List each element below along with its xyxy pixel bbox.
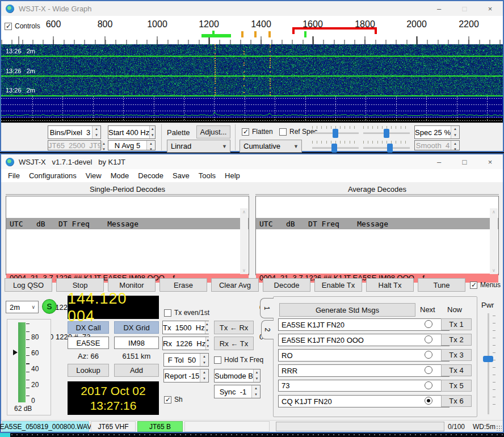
frequency-ruler[interactable]: Controls 600 800 1000 1200 1400 1600 180… (1, 16, 503, 44)
dx-grid-field[interactable]: IM98 (114, 337, 159, 349)
tab-1[interactable]: 1 (260, 298, 274, 318)
spinner-arrows[interactable]: ▲▼ (92, 126, 100, 138)
spinner-arrows[interactable]: ▲▼ (146, 141, 155, 150)
tx4-now-button[interactable]: Tx 4 (441, 364, 472, 376)
pwr-slider-handle[interactable] (483, 356, 493, 362)
menu-save[interactable]: Save (168, 171, 194, 180)
dx-call-button[interactable]: DX Call (68, 321, 109, 334)
menu-decode[interactable]: Decode (133, 171, 168, 180)
minimize-button[interactable]: – (426, 1, 452, 16)
close-button[interactable]: × (477, 154, 503, 169)
dx-grid-button[interactable]: DX Grid (114, 321, 159, 334)
bins-pixel-spinner[interactable]: Bins/Pixel 3▲▼ (48, 125, 101, 139)
erase-button[interactable]: Erase (159, 278, 207, 292)
minimize-button[interactable]: – (426, 154, 452, 169)
tx1-now-button[interactable]: Tx 1 (441, 318, 472, 330)
tx4-message-field[interactable]: RRR (278, 364, 450, 377)
spec-gain-slider-handle[interactable] (331, 144, 337, 153)
lookup-button[interactable]: Lookup (68, 364, 109, 377)
menu-view[interactable]: View (81, 171, 106, 180)
ref-spec-checkbox[interactable]: Ref Spec (279, 128, 317, 136)
rx-from-tx-button[interactable]: Rx ← Tx (214, 337, 254, 350)
tx6-next-radio[interactable] (425, 397, 432, 405)
spec-zero-slider[interactable] (363, 147, 410, 149)
now-column-label: Now (447, 305, 462, 314)
tx3-now-button[interactable]: Tx 3 (441, 349, 472, 361)
log-qso-button[interactable]: Log QSO (5, 278, 52, 292)
add-button[interactable]: Add (114, 364, 159, 377)
tx3-message-field[interactable]: RO (278, 349, 450, 362)
resize-grip[interactable] (496, 425, 502, 431)
spec-percent-spinner[interactable]: Spec 25 %▲▼ (414, 125, 460, 139)
tx2-now-button[interactable]: Tx 2 (441, 334, 472, 346)
enable-tx-button[interactable]: Enable Tx (314, 278, 362, 292)
pwr-slider-track[interactable] (488, 313, 489, 414)
hold-tx-freq-checkbox[interactable]: Hold Tx Freq (214, 356, 263, 364)
waterfall-timestamp: 13:26 2m (6, 68, 35, 74)
tx2-next-radio[interactable] (425, 335, 432, 343)
start-hz-spinner[interactable]: Start 400 Hz▲▼ (108, 125, 156, 139)
menu-tools[interactable]: Tools (194, 171, 220, 180)
tx2-message-field[interactable]: EA5SE K1JT FN20 OOO (278, 334, 450, 346)
background-window-strip (0, 433, 504, 437)
tune-button[interactable]: Tune (418, 278, 465, 292)
clear-avg-button[interactable]: Clear Avg (211, 278, 259, 292)
tab-2[interactable]: 2 (261, 320, 274, 339)
status-bar: EA5SE_050819_000800.WAV JT65 VHF JT65 B … (1, 420, 503, 432)
menu-configurations[interactable]: Configurations (24, 171, 81, 180)
single-period-decodes-title: Single-Period Decodes (6, 185, 249, 194)
halt-tx-button[interactable]: Halt Tx (366, 278, 414, 292)
flatten-checkbox[interactable]: Flatten (242, 128, 273, 136)
spectrum-graph (1, 96, 503, 123)
tx6-message-field[interactable]: CQ K1JT FN20 (278, 395, 450, 407)
menus-checkbox[interactable]: Menus (470, 281, 501, 289)
palette-combo[interactable]: Linrad▼ (167, 140, 230, 153)
spec-zero-slider-handle[interactable] (387, 144, 393, 153)
generate-std-msgs-button[interactable]: Generate Std Msgs (279, 303, 415, 317)
tx5-message-combo[interactable]: 73∨ (278, 380, 450, 392)
waterfall[interactable]: 13:26 2m 13:26 2m 13:26 2m (1, 44, 503, 96)
waterfall-timestamp: 13:26 2m (6, 87, 35, 94)
scrollbar[interactable]: ∧∨ (490, 208, 498, 274)
submode-spinner[interactable]: Submode B▲▼ (214, 369, 261, 383)
spinner-arrows[interactable]: ▲▼ (451, 126, 459, 138)
f-tol-spinner[interactable]: F Tol 50▲▼ (163, 353, 209, 367)
decode-button[interactable]: Decode (263, 278, 310, 292)
zero-slider-handle[interactable] (384, 129, 389, 138)
band-combo[interactable]: 2m∨ (6, 301, 39, 313)
spinner-arrows[interactable]: ▲▼ (149, 126, 155, 138)
menu-mode[interactable]: Mode (106, 171, 134, 180)
controls-checkbox[interactable]: Controls (5, 22, 40, 30)
rx-freq-spinner[interactable]: Rx 1226 Hz▲▼ (162, 337, 209, 350)
maximize-button[interactable]: □ (452, 154, 477, 169)
controls-checkbox-label: Controls (15, 22, 40, 30)
adjust-palette-button[interactable]: Adjust... (196, 125, 230, 138)
dx-call-field[interactable]: EA5SE (68, 337, 109, 349)
tx4-next-radio[interactable] (425, 366, 432, 374)
tx3-next-radio[interactable] (425, 351, 432, 359)
scrollbar[interactable]: ∧∨ (240, 208, 248, 274)
meter-tick-label: 20 (31, 381, 39, 389)
sync-spinner[interactable]: Sync -1▲▼ (214, 385, 261, 398)
tx6-now-button[interactable]: Tx 6 (441, 395, 472, 407)
frequency-display[interactable]: 144.120 004 (68, 296, 159, 319)
tx1-next-radio[interactable] (425, 320, 432, 328)
gain-slider-handle[interactable] (333, 129, 338, 138)
n-avg-spinner[interactable]: N Avg 5▲▼ (108, 140, 156, 150)
tx-even-checkbox[interactable]: Tx even/1st (164, 309, 209, 317)
menu-file[interactable]: File (3, 171, 24, 180)
tx1-message-field[interactable]: EA5SE K1JT FN20 (278, 318, 450, 331)
menu-help[interactable]: Help (220, 171, 245, 180)
sh-checkbox[interactable]: Sh (164, 396, 183, 404)
scale-label: 2000 (405, 19, 428, 30)
meter-ticks (26, 323, 30, 396)
chevron-down-icon: ▼ (293, 144, 301, 149)
tx-from-rx-button[interactable]: Tx ← Rx (214, 321, 254, 334)
group-underline (255, 194, 499, 195)
tx5-now-button[interactable]: Tx 5 (441, 380, 472, 392)
close-button[interactable]: × (477, 1, 503, 16)
tx5-next-radio[interactable] (425, 381, 432, 389)
tx-freq-spinner[interactable]: Tx 1500 Hz▲▼ (162, 321, 209, 334)
report-spinner[interactable]: Report -15▲▼ (163, 369, 209, 383)
display-mode-combo[interactable]: Cumulative▼ (240, 140, 302, 153)
